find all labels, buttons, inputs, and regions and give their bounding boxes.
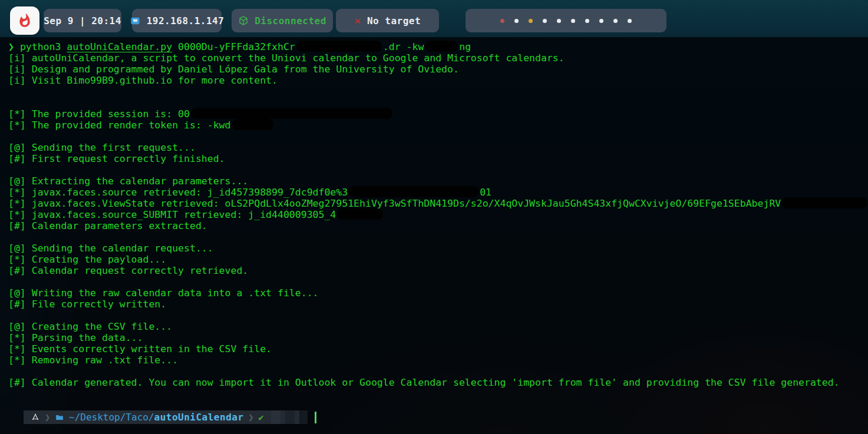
- terminal-text: [*] The provided render token is: -kwd: [8, 120, 231, 131]
- terminal-line: [8, 231, 868, 243]
- terminal-line: ❯ python3 autoUniCalendar.py 0000Du-yFFF…: [8, 41, 868, 52]
- terminal-line: [#] Calendar request correctly retrieved…: [8, 265, 868, 276]
- ethernet-icon: [130, 16, 141, 26]
- terminal-text: [@] Writing the raw calendar data into a…: [8, 287, 319, 299]
- terminal-text: [#] Calendar request correctly retrieved…: [8, 265, 248, 276]
- terminal-line: [#] Calendar parameters extracted.: [8, 220, 868, 231]
- terminal-line: [*] Events correctly written in the CSV …: [8, 343, 868, 355]
- prompt-separator-icon: ❯: [249, 412, 254, 423]
- terminal-text: autoUniCalendar.py: [67, 41, 172, 52]
- target-status-label: No target: [367, 15, 421, 26]
- terminal-line: [@] Sending the calendar request...: [8, 243, 868, 254]
- terminal-text: .dr -kw: [383, 41, 424, 52]
- terminal-line: [i] autoUniCalendar, a script to convert…: [8, 52, 868, 64]
- terminal-line: [#] First request correctly finished.: [8, 153, 868, 164]
- terminal-line: [*] Removing raw .txt file...: [8, 355, 868, 366]
- workspace-dot[interactable]: [613, 19, 618, 23]
- terminal-text: [*] javax.faces.source retrieved: j_id45…: [8, 187, 348, 198]
- terminal-text: python3: [20, 41, 67, 52]
- terminal-text: ❯: [8, 41, 20, 52]
- terminal-line: [i] Visit Bimo99B9.github.io for more co…: [8, 75, 868, 86]
- terminal-line: [*] Parsing the data...: [8, 332, 868, 343]
- terminal-line: [8, 399, 868, 410]
- status-bar: Sep 9 | 20:14 192.168.1.147 Disconnected…: [0, 0, 868, 37]
- ip-address-label: 192.168.1.147: [147, 15, 225, 26]
- connection-status-label: Disconnected: [255, 15, 326, 26]
- terminal-line: [8, 366, 868, 377]
- redaction-box: [296, 41, 382, 52]
- workspace-dot[interactable]: [599, 19, 603, 23]
- terminal-text: [@] Extracting the calendar parameters..…: [8, 175, 248, 187]
- prompt-tail-segment: [299, 410, 308, 424]
- terminal-text: [#] Calendar generated. You can now impo…: [8, 377, 840, 388]
- terminal-text: [*] Removing raw .txt file...: [8, 355, 178, 366]
- terminal-text: [*] javax.faces.source_SUBMIT retrieved:…: [8, 209, 336, 220]
- terminal-line: [8, 276, 868, 287]
- terminal-text: 01: [480, 187, 491, 198]
- terminal-window[interactable]: ❯ python3 autoUniCalendar.py 0000Du-yFFF…: [0, 37, 868, 434]
- workspace-dot[interactable]: [543, 19, 547, 23]
- terminal-line: [8, 97, 868, 108]
- workspace-dot[interactable]: [514, 19, 519, 23]
- distro-logo-icon: [31, 413, 40, 422]
- terminal-text: [*] Creating the payload...: [8, 254, 166, 265]
- redaction-box: [232, 119, 273, 130]
- terminal-text: [*] javax.faces.ViewState retrieved: oLS…: [8, 198, 781, 209]
- terminal-line: [*] javax.faces.source_SUBMIT retrieved:…: [8, 209, 868, 220]
- prompt-path-current: autoUniCalendar: [154, 412, 244, 423]
- prompt-path: ~/Desktop/Taco/autoUniCalendar: [69, 412, 244, 423]
- redaction-box: [425, 41, 458, 52]
- folder-icon: [55, 413, 64, 422]
- terminal-text: [@] Sending the first request...: [8, 142, 196, 153]
- exit-status-check-icon: ✔: [259, 412, 266, 423]
- terminal-line: [*] Creating the payload...: [8, 254, 868, 265]
- terminal-text: [*] The provided session is: 00: [8, 108, 190, 120]
- terminal-line: [@] Extracting the calendar parameters..…: [8, 175, 868, 187]
- terminal-line: [8, 164, 868, 175]
- redaction-box: [349, 186, 478, 197]
- connection-status-widget[interactable]: Disconnected: [232, 9, 333, 32]
- terminal-line: [*] The provided session is: 00: [8, 108, 868, 120]
- terminal-text: [*] Parsing the data...: [8, 332, 143, 343]
- ip-address-widget[interactable]: 192.168.1.147: [132, 9, 222, 32]
- terminal-line: [8, 131, 868, 142]
- terminal-line: [8, 86, 868, 97]
- terminal-text: [i] Design and programmed by Daniel Lópe…: [8, 64, 459, 75]
- terminal-line: [*] javax.faces.ViewState retrieved: oLS…: [8, 198, 868, 209]
- prompt-tail-segment: [285, 410, 295, 424]
- terminal-text: [@] Sending the calendar request...: [8, 243, 213, 254]
- workspace-dot[interactable]: [529, 19, 533, 23]
- clock-label: Sep 9 | 20:14: [44, 15, 121, 26]
- workspace-dot[interactable]: [628, 19, 632, 23]
- launcher-button[interactable]: [10, 6, 39, 35]
- terminal-text: [#] File correctly written.: [8, 299, 166, 310]
- terminal-line: [@] Creating the CSV file...: [8, 321, 868, 332]
- target-status-widget[interactable]: ✕ No target: [336, 9, 439, 32]
- prompt-row: ❯ ~/Desktop/Taco/autoUniCalendar ❯ ✔: [8, 410, 868, 424]
- terminal-text: [i] autoUniCalendar, a script to convert…: [8, 52, 565, 64]
- workspace-dot[interactable]: [571, 19, 575, 23]
- workspace-dot[interactable]: [585, 19, 589, 23]
- terminal-text: [*] Events correctly written in the CSV …: [8, 343, 272, 355]
- workspace-dots[interactable]: [466, 9, 666, 32]
- clock-widget[interactable]: Sep 9 | 20:14: [44, 9, 121, 32]
- terminal-line: [*] javax.faces.source retrieved: j_id45…: [8, 187, 868, 198]
- terminal-line: [8, 388, 868, 399]
- terminal-cursor: [315, 412, 316, 423]
- shell-prompt: ❯ ~/Desktop/Taco/autoUniCalendar ❯ ✔: [24, 410, 308, 424]
- terminal-line: [8, 310, 868, 321]
- terminal-text: [i] Visit Bimo99B9.github.io for more co…: [8, 75, 278, 86]
- prompt-path-prefix: ~/Desktop/Taco/: [69, 412, 154, 423]
- terminal-text: [#] First request correctly finished.: [8, 153, 225, 164]
- terminal-line: [i] Design and programmed by Daniel Lópe…: [8, 64, 868, 75]
- x-icon: ✕: [354, 15, 361, 25]
- prompt-tail-segment: [271, 410, 280, 424]
- flame-icon: [17, 13, 32, 28]
- redaction-box: [782, 197, 867, 208]
- workspace-dot[interactable]: [500, 19, 504, 23]
- workspace-dot[interactable]: [557, 19, 561, 23]
- terminal-line: [#] Calendar generated. You can now impo…: [8, 377, 868, 388]
- terminal-line: [#] File correctly written.: [8, 299, 868, 310]
- terminal-output: ❯ python3 autoUniCalendar.py 0000Du-yFFF…: [8, 41, 868, 410]
- terminal-text: 0000Du-yFFFda32fxhCr: [172, 41, 295, 52]
